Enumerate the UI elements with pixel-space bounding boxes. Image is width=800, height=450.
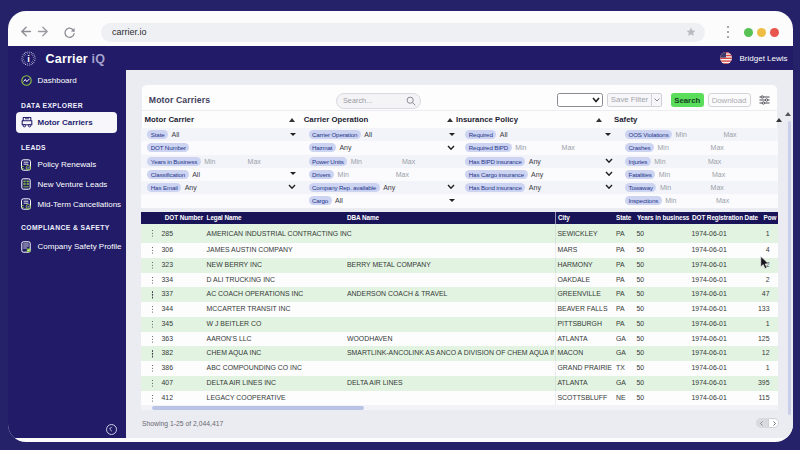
svg-text:i: i (27, 53, 30, 64)
